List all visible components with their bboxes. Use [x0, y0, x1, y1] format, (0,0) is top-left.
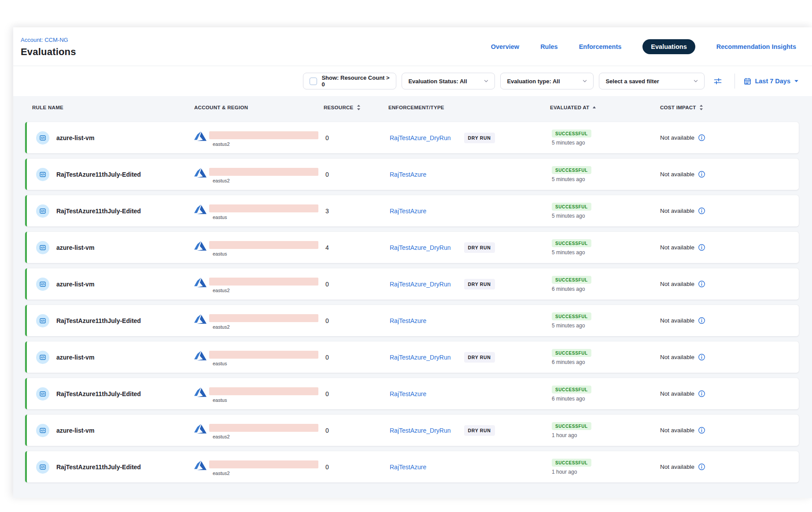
rule-name: azure-list-vm [56, 427, 94, 434]
evaluated-time: 5 minutes ago [552, 323, 585, 329]
info-icon[interactable] [698, 171, 705, 178]
evaluated-time: 5 minutes ago [552, 176, 585, 182]
info-icon[interactable] [698, 390, 705, 397]
redacted-account-name [209, 241, 318, 249]
filter-settings-button[interactable] [710, 73, 726, 89]
azure-icon [194, 130, 207, 142]
resource-count: 0 [324, 122, 388, 153]
enforcement-link[interactable]: RajTestAzure_DryRun [390, 354, 451, 361]
chevron-down-icon [582, 78, 588, 84]
info-icon[interactable] [698, 463, 705, 471]
redacted-account-name [209, 460, 318, 468]
evaluated-time: 1 hour ago [552, 432, 577, 438]
enforcement-link[interactable]: RajTestAzure [390, 317, 426, 324]
evaluation-status-value: Evaluation Status: All [408, 78, 467, 85]
evaluation-status-select[interactable]: Evaluation Status: All [402, 73, 495, 89]
sort-icon [357, 104, 361, 111]
enforcement-link[interactable]: RajTestAzure_DryRun [390, 134, 451, 141]
azure-icon [194, 423, 207, 435]
filter-bar: Show: Resource Count > 0 Evaluation Stat… [13, 66, 812, 96]
info-icon[interactable] [698, 317, 705, 324]
rule-name: azure-list-vm [56, 244, 94, 251]
region-label: eastus2 [213, 288, 318, 293]
info-icon[interactable] [698, 353, 705, 361]
rule-name: azure-list-vm [56, 354, 94, 361]
enforcement-link[interactable]: RajTestAzure [390, 464, 426, 471]
redacted-account-name [209, 131, 318, 139]
info-icon[interactable] [698, 134, 705, 141]
info-icon[interactable] [698, 280, 705, 288]
breadcrumb[interactable]: Account: CCM-NG [21, 37, 68, 43]
saved-filter-select[interactable]: Select a saved filter [599, 73, 705, 89]
column-header-cost-impact[interactable]: COST IMPACT [660, 104, 799, 111]
resource-count: 0 [324, 305, 388, 336]
evaluation-type-select[interactable]: Evaluation type: All [500, 73, 594, 89]
resource-count-filter[interactable]: Show: Resource Count > 0 [303, 73, 396, 89]
enforcement-link[interactable]: RajTestAzure [390, 390, 426, 397]
region-label: eastus [213, 215, 318, 220]
divider [734, 74, 735, 89]
azure-icon [194, 276, 207, 289]
evaluated-time: 5 minutes ago [552, 249, 585, 256]
enforcement-link[interactable]: RajTestAzure [390, 208, 426, 215]
enforcement-link[interactable]: RajTestAzure_DryRun [390, 244, 451, 251]
column-header-rule-name: RULE NAME [25, 105, 194, 110]
date-range-label: Last 7 Days [755, 78, 790, 85]
tab-rules[interactable]: Rules [540, 43, 558, 50]
cost-impact-label: Not available [660, 281, 694, 287]
tab-overview[interactable]: Overview [491, 43, 520, 50]
evaluated-time: 6 minutes ago [552, 359, 585, 365]
sliders-icon [713, 77, 722, 85]
azure-icon [194, 349, 207, 362]
dry-run-badge: DRY RUN [464, 279, 495, 289]
cost-impact-label: Not available [660, 208, 694, 214]
column-header-evaluated-at[interactable]: EVALUATED AT [550, 104, 660, 111]
evaluation-row[interactable]: azure-list-vm eastus2 0 RajTestAzure_Dry… [25, 122, 799, 153]
evaluation-row[interactable]: azure-list-vm eastus 4 RajTestAzure_DryR… [25, 232, 799, 263]
evaluation-row[interactable]: RajTestAzure11thJuly-Edited eastus2 0 Ra… [25, 159, 799, 190]
info-icon[interactable] [698, 244, 705, 251]
evaluation-row[interactable]: azure-list-vm eastus 0 RajTestAzure_DryR… [25, 341, 799, 373]
evaluation-row[interactable]: azure-list-vm eastus2 0 RajTestAzure_Dry… [25, 268, 799, 300]
enforcement-link[interactable]: RajTestAzure_DryRun [390, 281, 451, 288]
region-label: eastus [213, 397, 318, 403]
enforcement-link[interactable]: RajTestAzure [390, 171, 426, 178]
date-range-picker[interactable]: Last 7 Days [744, 78, 799, 85]
tab-evaluations[interactable]: Evaluations [642, 39, 695, 54]
azure-icon [194, 459, 207, 471]
info-icon[interactable] [698, 207, 705, 215]
cost-impact-label: Not available [660, 390, 694, 397]
evaluation-row[interactable]: RajTestAzure11thJuly-Edited eastus 0 Raj… [25, 378, 799, 409]
module-nav: Overview Rules Enforcements Evaluations … [491, 39, 796, 54]
tab-recommendation-insights[interactable]: Recommendation Insights [716, 43, 796, 50]
evaluation-row[interactable]: RajTestAzure11thJuly-Edited eastus2 0 Ra… [25, 451, 799, 482]
rule-name: azure-list-vm [56, 281, 94, 288]
status-badge: SUCCESSFUL [552, 422, 591, 430]
evaluation-row[interactable]: RajTestAzure11thJuly-Edited eastus2 0 Ra… [25, 305, 799, 336]
column-header-resource[interactable]: RESOURCE [324, 104, 388, 111]
region-label: eastus [213, 251, 318, 256]
redacted-account-name [209, 278, 318, 286]
resource-count: 0 [324, 451, 388, 482]
redacted-account-name [209, 351, 318, 359]
rule-name: RajTestAzure11thJuly-Edited [56, 390, 141, 397]
tab-enforcements[interactable]: Enforcements [579, 43, 622, 50]
enforcement-link[interactable]: RajTestAzure_DryRun [390, 427, 451, 434]
evaluation-row[interactable]: RajTestAzure11thJuly-Edited eastus 3 Raj… [25, 195, 799, 226]
region-label: eastus2 [213, 471, 318, 476]
evaluations-page: Account: CCM-NG Evaluations Overview Rul… [0, 0, 812, 512]
status-badge: SUCCESSFUL [552, 130, 591, 137]
sort-ascending-icon [592, 104, 596, 111]
evaluation-row[interactable]: azure-list-vm eastus2 0 RajTestAzure_Dry… [25, 415, 799, 446]
title-block: Account: CCM-NG Evaluations [21, 36, 76, 58]
column-header-enforcement-type: ENFORCEMENT/TYPE [388, 105, 550, 110]
page-title: Evaluations [21, 46, 76, 58]
calendar-icon [744, 78, 751, 85]
evaluated-time: 5 minutes ago [552, 140, 585, 146]
rule-icon [36, 424, 49, 437]
info-icon[interactable] [698, 427, 705, 434]
caret-down-icon [794, 79, 799, 83]
resource-count-checkbox[interactable] [310, 78, 317, 85]
redacted-account-name [209, 204, 318, 212]
evaluated-time: 6 minutes ago [552, 396, 585, 402]
